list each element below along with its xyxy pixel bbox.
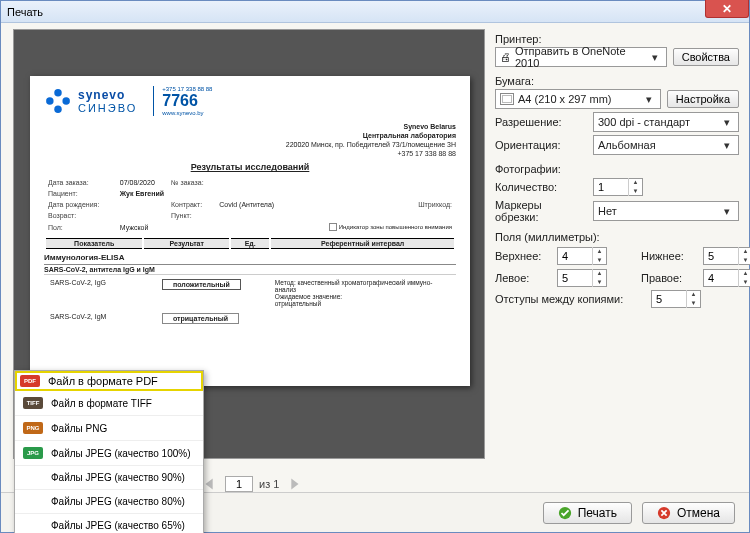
print-dialog: Печать ✕ synevo СИНЭВО +375 17 [0, 0, 750, 533]
svg-point-2 [62, 97, 69, 104]
close-button[interactable]: ✕ [705, 0, 749, 18]
margin-bottom-spin[interactable]: ▲▼ [703, 247, 750, 265]
chevron-down-icon: ▾ [642, 93, 656, 106]
print-button[interactable]: Печать [543, 502, 632, 524]
document-page: synevo СИНЭВО +375 17 338 88 88 7766 www… [30, 76, 470, 386]
orientation-select[interactable]: Альбомная▾ [593, 135, 739, 155]
margins-label: Поля (миллиметры): [495, 231, 739, 243]
copies-spin[interactable]: ▲▼ [593, 178, 643, 196]
export-pdf[interactable]: PDFФайл в формате PDF [15, 371, 203, 391]
copy-gap-spin[interactable]: ▲▼ [651, 290, 701, 308]
page-of: из 1 [259, 478, 279, 490]
section: Иммунология-ELISA [44, 251, 456, 265]
chevron-down-icon: ▾ [648, 51, 662, 64]
export-jpeg-100[interactable]: JPGФайлы JPEG (качество 100%) [15, 441, 203, 466]
crop-select[interactable]: Нет▾ [593, 201, 739, 221]
org1: Synevo Belarus [403, 123, 456, 130]
phone-big: 7766 [162, 92, 212, 110]
paper-label: Бумага: [495, 75, 739, 87]
margin-right-spin[interactable]: ▲▼ [703, 269, 750, 287]
svg-point-0 [54, 89, 61, 96]
export-jpeg-90[interactable]: Файлы JPEG (качество 90%) [15, 466, 203, 490]
paper-select[interactable]: A4 (210 x 297 mm)▾ [495, 89, 661, 109]
doc-title: Результаты исследований [44, 162, 456, 172]
resolution-label: Разрешение: [495, 116, 587, 128]
window-title: Печать [7, 6, 43, 18]
page-icon [500, 93, 514, 105]
brand-line2: СИНЭВО [78, 102, 137, 114]
brand-line1: synevo [78, 88, 137, 102]
resolution-select[interactable]: 300 dpi - стандарт▾ [593, 112, 739, 132]
orientation-label: Ориентация: [495, 139, 587, 151]
titlebar: Печать ✕ [1, 1, 749, 23]
photos-label: Фотографии: [495, 163, 739, 175]
next-page-icon[interactable] [285, 475, 303, 493]
settings-panel: Принтер: 🖨Отправить в OneNote 2010▾ Свой… [495, 29, 739, 490]
pager: из 1 [201, 475, 303, 493]
cancel-icon [657, 506, 671, 520]
export-tiff[interactable]: TIFFФайл в формате TIFF [15, 391, 203, 416]
export-menu: PDFФайл в формате PDF TIFFФайл в формате… [14, 370, 204, 533]
org4: +375 17 338 88 88 [397, 150, 456, 157]
export-jpeg-80[interactable]: Файлы JPEG (качество 80%) [15, 490, 203, 514]
svg-point-3 [54, 105, 61, 112]
page-input[interactable] [225, 476, 253, 492]
copy-gap-label: Отступы между копиями: [495, 293, 645, 305]
printer-label: Принтер: [495, 33, 739, 45]
check-icon [558, 506, 572, 520]
paper-settings-button[interactable]: Настройка [667, 90, 739, 108]
org2: Центральная лаборатория [363, 132, 456, 139]
cancel-button[interactable]: Отмена [642, 502, 735, 524]
logo-icon [44, 87, 72, 115]
svg-point-1 [46, 97, 53, 104]
site: www.synevo.by [162, 110, 212, 116]
subsection: SARS-CoV-2, антитела IgG и IgM [44, 265, 456, 275]
printer-select[interactable]: 🖨Отправить в OneNote 2010▾ [495, 47, 667, 67]
org3: 220020 Минск, пр. Победителей 73/1/помещ… [286, 141, 456, 148]
preview-pane: synevo СИНЭВО +375 17 338 88 88 7766 www… [13, 29, 485, 459]
printer-properties-button[interactable]: Свойства [673, 48, 739, 66]
margin-left-spin[interactable]: ▲▼ [557, 269, 607, 287]
export-png[interactable]: PNGФайлы PNG [15, 416, 203, 441]
margin-top-spin[interactable]: ▲▼ [557, 247, 607, 265]
export-jpeg-65[interactable]: Файлы JPEG (качество 65%) [15, 514, 203, 533]
svg-point-4 [55, 98, 61, 104]
